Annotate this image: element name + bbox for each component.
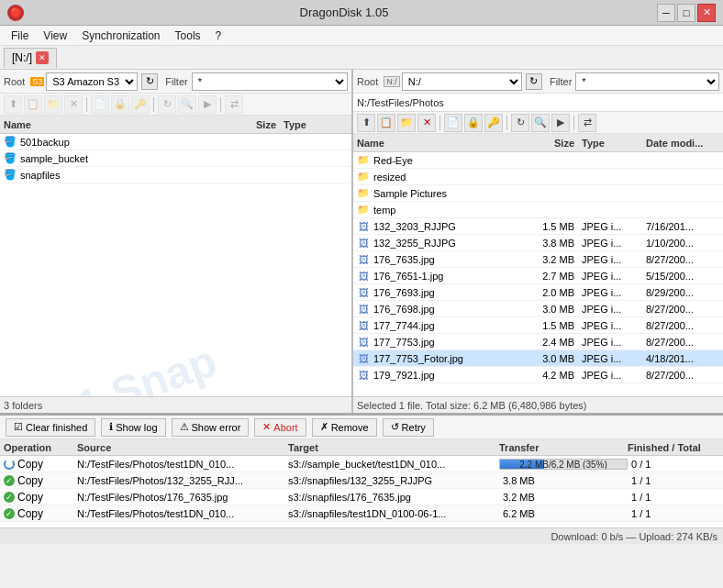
list-item[interactable]: 📁 Red-Eye [353, 152, 723, 169]
col-finished-header: Finished / Total [628, 442, 719, 453]
list-item[interactable]: 🪣 501backup [0, 134, 351, 150]
image-icon: 🖼 [357, 270, 370, 283]
minimize-button[interactable]: ─ [657, 4, 675, 22]
watermark: S1 Snap [42, 335, 223, 396]
left-tool-props[interactable]: 📄 [91, 95, 109, 114]
left-root-select[interactable]: S3 Amazon S3 [46, 72, 138, 91]
remove-icon: ✗ [320, 421, 328, 433]
list-item[interactable]: 🖼 179_7921.jpg 4.2 MB JPEG i... 8/27/200… [353, 367, 723, 383]
maximize-button[interactable]: □ [677, 4, 695, 22]
right-root-select[interactable]: N:/ [402, 72, 522, 91]
right-tool-copy[interactable]: 📋 [377, 114, 395, 132]
right-tool-lock[interactable]: 🔒 [464, 114, 483, 132]
right-root-label: Root [357, 76, 378, 87]
app-icon: 🔴 [7, 5, 24, 21]
list-item[interactable]: 🖼 177_7744.jpg 1.5 MB JPEG i... 8/27/200… [353, 317, 723, 334]
main-panels: Root S3 S3 Amazon S3 ↻ Filter * ⬆ 📋 📁 ✕ … [0, 70, 723, 414]
list-item[interactable]: 🖼 177_7753.jpg 2.4 MB JPEG i... 8/27/200… [353, 334, 723, 350]
list-item[interactable]: 🖼 176_7651-1.jpg 2.7 MB JPEG i... 5/15/2… [353, 268, 723, 284]
left-filter-select[interactable]: * [192, 72, 348, 91]
abort-icon: ✕ [262, 421, 271, 433]
right-tool-search[interactable]: 🔍 [531, 114, 550, 132]
list-item[interactable]: 📁 resized [353, 169, 723, 185]
folder-icon: 📁 [357, 187, 370, 200]
right-tool-delete[interactable]: ✕ [417, 114, 436, 132]
transfer-tgt-cell: s3://snapfiles/132_3255_RJJPG [288, 475, 499, 486]
spinning-icon [4, 459, 15, 470]
transfer-op-cell: ✓ Copy [4, 507, 77, 520]
right-path-text: N:/TestFiles/Photos [357, 97, 444, 108]
left-tool-sync[interactable]: ⇄ [225, 95, 243, 114]
close-button[interactable]: ✕ [697, 4, 716, 22]
file-size: 4.2 MB [517, 370, 582, 381]
right-filter-select[interactable]: * [575, 72, 719, 91]
right-tool-newfolder[interactable]: 📁 [397, 114, 416, 132]
log-icon: ℹ [109, 421, 113, 433]
left-tool-refresh[interactable]: ↻ [158, 95, 176, 114]
left-tool-delete[interactable]: ✕ [64, 95, 83, 114]
clear-finished-button[interactable]: ☑ Clear finished [6, 418, 95, 437]
image-icon: 🖼 [357, 369, 370, 382]
transfer-op-cell: ✓ Copy [4, 474, 77, 487]
right-tool-cmd[interactable]: ▶ [551, 114, 570, 132]
list-item[interactable]: 🖼 132_3255_RJJPG 3.8 MB JPEG i... 1/10/2… [353, 235, 723, 251]
show-error-button[interactable]: ⚠ Show error [172, 418, 250, 437]
left-refresh-button[interactable]: ↻ [141, 73, 158, 90]
menu-file[interactable]: File [4, 28, 36, 44]
left-tool-cmd[interactable]: ▶ [198, 95, 217, 114]
right-tool-acl[interactable]: 🔑 [484, 114, 503, 132]
file-name: 501backup [20, 137, 219, 148]
menu-synchronization[interactable]: Synchronization [74, 28, 167, 44]
right-tool-props[interactable]: 📄 [444, 114, 462, 132]
right-col-name-header: Name [357, 138, 517, 149]
menu-tools[interactable]: Tools [168, 28, 208, 44]
left-tool-upload[interactable]: ⬆ [4, 95, 22, 114]
retry-button[interactable]: ↺ Retry [383, 418, 434, 437]
right-refresh-button[interactable]: ↻ [526, 73, 542, 90]
list-item[interactable]: 🖼 132_3203_RJJPG 1.5 MB JPEG i... 7/16/2… [353, 218, 723, 235]
file-size: 1.5 MB [517, 221, 582, 232]
file-date: 8/29/200... [646, 287, 719, 298]
file-name: snapfiles [20, 170, 219, 181]
file-name: 132_3255_RJJPG [373, 238, 517, 249]
file-name: 176_7693.jpg [373, 287, 517, 298]
file-size: 3.2 MB [517, 254, 582, 265]
right-panel: Root N:/ N:/ ↻ Filter * N:/TestFiles/Pho… [353, 70, 723, 413]
tab-n-drive[interactable]: [N:/] ✕ [4, 48, 57, 68]
list-item[interactable]: 📁 temp [353, 202, 723, 218]
right-tool-refresh[interactable]: ↻ [511, 114, 529, 132]
list-item[interactable]: 🖼 176_7635.jpg 3.2 MB JPEG i... 8/27/200… [353, 251, 723, 268]
left-filter-label: Filter [165, 76, 187, 87]
file-date: 8/27/200... [646, 304, 719, 315]
image-icon: 🖼 [357, 352, 370, 365]
left-tool-search[interactable]: 🔍 [178, 95, 196, 114]
col-source-header: Source [77, 442, 288, 453]
left-tool-newfolder[interactable]: 📁 [44, 95, 62, 114]
file-type: JPEG i... [582, 238, 646, 249]
list-item[interactable]: 📁 Sample Pictures [353, 185, 723, 202]
right-tool-sync[interactable]: ⇄ [578, 114, 596, 132]
left-tool-acl[interactable]: 🔑 [131, 95, 150, 114]
right-tool-upload[interactable]: ⬆ [357, 114, 375, 132]
retry-icon: ↺ [391, 421, 399, 433]
left-tool-copy[interactable]: 📋 [24, 95, 42, 114]
menu-help[interactable]: ? [208, 28, 229, 44]
menu-view[interactable]: View [36, 28, 74, 44]
abort-button[interactable]: ✕ Abort [254, 418, 306, 437]
image-icon: 🖼 [357, 253, 370, 266]
left-file-list: S1 Snap 🪣 501backup 🪣 sample_bucket 🪣 sn… [0, 134, 351, 396]
left-tool-lock[interactable]: 🔒 [111, 95, 129, 114]
list-item[interactable]: 🖼 177_7753_Fotor.jpg 3.0 MB JPEG i... 4/… [353, 350, 723, 367]
transfer-finished-cell: 0 / 1 [628, 459, 719, 470]
list-item[interactable]: 🖼 176_7698.jpg 3.0 MB JPEG i... 8/27/200… [353, 301, 723, 317]
remove-button[interactable]: ✗ Remove [312, 418, 377, 437]
done-icon: ✓ [4, 508, 15, 519]
show-log-button[interactable]: ℹ Show log [101, 418, 165, 437]
list-item[interactable]: 🪣 sample_bucket [0, 150, 351, 167]
list-item[interactable]: 🪣 snapfiles [0, 167, 351, 183]
file-name: 177_7744.jpg [373, 320, 517, 331]
list-item[interactable]: 🖼 176_7693.jpg 2.0 MB JPEG i... 8/29/200… [353, 284, 723, 301]
left-toolbar: ⬆ 📋 📁 ✕ 📄 🔒 🔑 ↻ 🔍 ▶ ⇄ [0, 94, 351, 116]
tab-close-button[interactable]: ✕ [36, 51, 49, 64]
transfer-row: ✓ Copy N:/TestFiles/Photos/176_7635.jpg … [0, 489, 723, 505]
